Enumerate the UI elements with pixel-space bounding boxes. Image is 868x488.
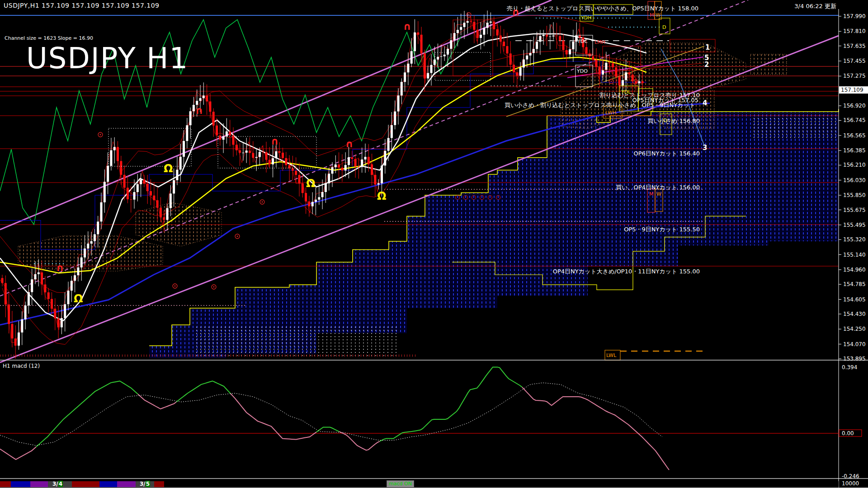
- circle-marker-dot: [237, 236, 238, 237]
- candle-body: [57, 318, 60, 327]
- circle-marker-dot: [611, 81, 612, 82]
- candle-body: [443, 55, 446, 56]
- candle-body: [54, 309, 56, 318]
- candle-body: [255, 157, 258, 158]
- candle-body: [242, 153, 244, 153]
- candle-body: [328, 174, 330, 183]
- price-axis-label: 155.140: [843, 252, 866, 258]
- candle-body: [358, 166, 360, 167]
- candle-body: [338, 164, 340, 168]
- candle-body: [447, 49, 449, 55]
- candle-body: [146, 184, 149, 191]
- candle-body: [500, 36, 502, 42]
- candle-body: [460, 27, 462, 30]
- candle-body: [94, 234, 96, 241]
- candle-body: [11, 324, 13, 338]
- candle-body: [117, 147, 119, 161]
- candle-body: [311, 202, 314, 206]
- candle-body: [176, 170, 178, 180]
- candle-body: [51, 299, 53, 309]
- candle-body: [410, 51, 413, 64]
- candle-body: [467, 21, 469, 23]
- pattern-marker-red: ∩: [345, 138, 354, 150]
- op-level-annotation: 買い小さめ 156.80: [647, 117, 700, 125]
- candle-body: [549, 37, 551, 37]
- candle-body: [430, 65, 433, 73]
- candle-body: [90, 241, 93, 244]
- session-segment: [11, 481, 30, 487]
- dotted-cloud: [194, 324, 398, 357]
- macd-axis-low: -0.246: [842, 473, 859, 479]
- candle-body: [107, 166, 109, 182]
- candle-body: [348, 157, 350, 165]
- candle-body: [566, 50, 568, 55]
- date-axis-label: 3/4: [52, 481, 63, 487]
- tag-label: W: [656, 191, 661, 197]
- candle-body: [318, 197, 320, 199]
- candle-body: [232, 136, 235, 145]
- candle-body: [602, 70, 604, 75]
- macd-main-line: [380, 367, 522, 441]
- tag-label: D: [662, 24, 666, 30]
- price-axis-label: 155.850: [843, 192, 866, 198]
- ichimoku-kumo-hatch: [18, 236, 163, 271]
- candle-body: [509, 53, 512, 65]
- candle-body: [605, 63, 607, 70]
- candle-body: [599, 67, 601, 75]
- candle-body: [404, 72, 406, 82]
- candle-body: [156, 200, 159, 207]
- price-axis-label: 154.960: [843, 267, 866, 273]
- candle-body: [401, 82, 403, 95]
- candle-body: [166, 208, 169, 220]
- channel-info-text: Channel size = 1623 Slope = 16.90: [5, 35, 93, 41]
- op-level-annotation: 売り・超えるとストップロス買いやや小さめ、OP5日NYカット 158.00: [507, 5, 698, 13]
- candle-body: [542, 35, 545, 36]
- candle-body: [67, 291, 70, 304]
- candle-body: [552, 36, 555, 37]
- candle-body: [526, 56, 528, 60]
- candle-body: [308, 202, 310, 206]
- candle-body: [275, 151, 277, 158]
- candle-body: [595, 60, 598, 67]
- candle-body: [609, 63, 611, 63]
- wave-number-label: 2: [704, 61, 709, 69]
- candle-body: [325, 183, 327, 192]
- candle-body: [245, 150, 248, 153]
- candle-body: [120, 161, 122, 175]
- macd-axis-corner: 10000: [842, 480, 859, 487]
- candle-body: [113, 147, 116, 150]
- candle-body: [394, 112, 396, 125]
- candle-body: [186, 125, 188, 141]
- circle-marker-dot: [175, 286, 176, 287]
- macd-axis-top: 0.394: [842, 364, 857, 371]
- candle-body: [74, 275, 76, 281]
- macd-main-line: [231, 394, 316, 440]
- price-axis-label: 155.675: [843, 207, 866, 213]
- price-axis-label: 153.895: [843, 356, 866, 362]
- candle-body: [506, 46, 508, 53]
- session-segment: [154, 481, 164, 487]
- candle-body: [292, 168, 294, 170]
- price-axis-label: 155.320: [843, 236, 866, 243]
- candle-body: [21, 319, 23, 333]
- pattern-marker-red: ∩: [271, 136, 279, 147]
- candle-body: [179, 157, 182, 170]
- price-axis-label: 156.385: [843, 147, 866, 154]
- pattern-marker-yellow: Ω: [74, 292, 83, 305]
- candle-body: [384, 151, 386, 166]
- candle-body: [269, 160, 271, 164]
- candle-body: [153, 196, 155, 201]
- macd-indicator-label: H1 macd (12): [3, 363, 40, 369]
- tag-label: LWL: [606, 352, 617, 358]
- op-level-annotation: 買い、OP4日NYカット 156.00: [616, 183, 700, 192]
- candle-body: [559, 36, 561, 41]
- price-axis-label: 156.030: [843, 177, 866, 183]
- candle-body: [130, 199, 132, 200]
- candle-body: [150, 191, 152, 196]
- candle-body: [41, 272, 43, 285]
- candle-body: [612, 63, 614, 67]
- candle-body: [14, 338, 17, 346]
- pattern-marker-yellow: Ω: [164, 162, 173, 175]
- price-axis-label: 155.495: [843, 222, 866, 228]
- macd-toggle-button[interactable]: macd ON: [387, 480, 414, 488]
